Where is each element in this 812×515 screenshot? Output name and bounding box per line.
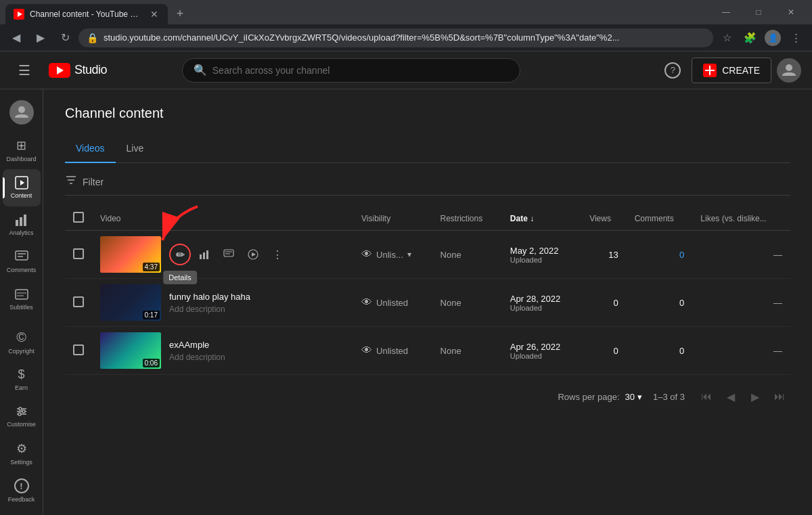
- tab-close-button[interactable]: ✕: [149, 9, 160, 20]
- sidebar-item-settings[interactable]: ⚙ Settings: [3, 435, 41, 472]
- sidebar-item-content[interactable]: Content: [3, 169, 41, 206]
- browser-window: Channel content - YouTube Studi... ✕ + —…: [0, 0, 812, 51]
- sidebar-label-copyright: Copyright: [8, 348, 35, 355]
- row1-edit-button[interactable]: ✏: [169, 244, 191, 265]
- profile-button[interactable]: 👤: [762, 27, 784, 49]
- row3-checkbox[interactable]: [73, 344, 84, 355]
- row3-views: 0: [581, 327, 626, 375]
- row1-visibility-cell: 👁 Unlis... ▾: [353, 231, 432, 279]
- youtube-icon: [49, 63, 70, 78]
- tab-live[interactable]: Live: [116, 135, 155, 163]
- row1-analytics-button[interactable]: [194, 244, 215, 265]
- subtitles-icon: [15, 288, 28, 301]
- menu-button[interactable]: ⋮: [785, 27, 807, 49]
- row1-thumbnail[interactable]: 4:37: [100, 236, 161, 273]
- row1-likes: —: [692, 231, 790, 279]
- analytics-icon: [15, 213, 28, 227]
- lock-icon: 🔒: [87, 32, 98, 43]
- row1-preview-button[interactable]: [242, 244, 264, 265]
- top-bar-actions: ? CREATE: [659, 57, 801, 84]
- sidebar-item-customization[interactable]: Customise: [3, 398, 41, 435]
- back-button[interactable]: ◀: [5, 27, 27, 49]
- header-visibility: Visibility: [353, 206, 432, 231]
- sidebar-item-avatar[interactable]: [3, 95, 41, 132]
- active-tab[interactable]: Channel content - YouTube Studi... ✕: [5, 4, 168, 24]
- row2-description[interactable]: Add description: [169, 305, 345, 314]
- filter-label[interactable]: Filter: [83, 177, 104, 187]
- create-label: CREATE: [722, 65, 760, 76]
- rows-per-page-select[interactable]: 30 ▾: [625, 392, 642, 402]
- sidebar-item-subtitles[interactable]: Subtitles: [3, 281, 41, 318]
- new-tab-button[interactable]: +: [171, 4, 189, 23]
- sidebar-item-dashboard[interactable]: ⊞ Dashboard: [3, 132, 41, 169]
- hamburger-menu[interactable]: ☰: [11, 57, 38, 84]
- create-icon: [703, 64, 717, 77]
- sidebar-item-feedback[interactable]: ! Feedback: [3, 472, 41, 510]
- user-avatar[interactable]: [777, 58, 801, 83]
- row1-visibility: 👁 Unlis... ▾: [361, 248, 424, 261]
- content-icon: [15, 176, 28, 189]
- address-bar[interactable]: 🔒 studio.youtube.com/channel/UCvY_iICkXo…: [78, 28, 713, 47]
- forward-button[interactable]: ▶: [30, 27, 51, 49]
- header-restrictions: Restrictions: [432, 206, 502, 231]
- row2-checkbox[interactable]: [73, 296, 84, 307]
- row3-visibility-icon: 👁: [361, 344, 372, 357]
- header-date[interactable]: Date ↓: [502, 206, 581, 231]
- svg-point-4: [18, 106, 25, 113]
- minimize-button[interactable]: —: [710, 3, 742, 22]
- row1-views: 13: [581, 231, 626, 279]
- tab-videos[interactable]: Videos: [65, 135, 116, 163]
- row1-date-sub: Uploaded: [510, 256, 573, 264]
- svg-rect-26: [200, 254, 202, 259]
- star-button[interactable]: ☆: [716, 27, 738, 49]
- sidebar-item-copyright[interactable]: © Copyright: [3, 323, 41, 361]
- create-button[interactable]: CREATE: [692, 58, 771, 83]
- row1-comments-button[interactable]: [218, 244, 240, 265]
- row2-visibility-cell: 👁 Unlisted: [353, 279, 432, 327]
- videos-table: Video Visibility Restrictions Date ↓ Vie…: [65, 206, 790, 375]
- last-page-button[interactable]: ⏭: [769, 386, 790, 407]
- row3-title[interactable]: exAAmple: [169, 340, 345, 350]
- row1-details-tooltip: Details: [163, 271, 197, 284]
- next-page-button[interactable]: ▶: [744, 386, 766, 407]
- svg-rect-28: [206, 250, 208, 259]
- filter-icon[interactable]: [65, 174, 77, 189]
- row3-video-cell: 0:06 exAAmple Add description: [92, 327, 353, 375]
- row3-likes: —: [692, 327, 790, 375]
- sidebar-item-monetization[interactable]: $ Earn: [3, 361, 41, 398]
- first-page-button[interactable]: ⏮: [696, 386, 717, 407]
- rows-per-page: Rows per page: 30 ▾: [558, 392, 642, 402]
- row2-video-info: 0:17 funny halo play haha Add descriptio…: [100, 284, 345, 321]
- sidebar-item-analytics[interactable]: Analytics: [3, 206, 41, 244]
- help-button[interactable]: ?: [659, 57, 686, 84]
- search-input-wrap[interactable]: 🔍: [182, 58, 520, 83]
- row1-checkbox[interactable]: [73, 248, 84, 259]
- row1-actions: ✏ Details: [169, 244, 345, 265]
- settings-icon: ⚙: [16, 441, 27, 456]
- row3-description[interactable]: Add description: [169, 353, 345, 362]
- row3-checkbox-cell: [65, 327, 92, 375]
- row1-date: May 2, 2022: [510, 246, 573, 256]
- search-input[interactable]: [212, 65, 509, 76]
- sidebar-label-customization: Customise: [7, 421, 36, 428]
- row2-thumbnail[interactable]: 0:17: [100, 284, 161, 321]
- refresh-button[interactable]: ↻: [54, 27, 76, 49]
- row2-title[interactable]: funny halo play haha: [169, 292, 345, 302]
- table-row: 4:37 ✏: [65, 231, 790, 279]
- prev-page-button[interactable]: ◀: [720, 386, 742, 407]
- maximize-button[interactable]: □: [743, 3, 774, 22]
- feedback-icon: !: [14, 478, 29, 493]
- svg-point-20: [22, 410, 25, 413]
- row3-thumbnail[interactable]: 0:06: [100, 332, 161, 369]
- row1-more-button[interactable]: ⋮: [267, 244, 288, 265]
- row1-visibility-dropdown[interactable]: ▾: [407, 250, 411, 259]
- extensions-button[interactable]: 🧩: [739, 27, 761, 49]
- edit-icon: ✏: [176, 248, 185, 261]
- filter-bar: Filter: [65, 174, 790, 196]
- page-navigation: ⏮ ◀ ▶ ⏭: [696, 386, 790, 407]
- sidebar-item-comments[interactable]: Comments: [3, 244, 41, 281]
- select-all-checkbox[interactable]: [73, 212, 84, 223]
- studio-text: Studio: [74, 63, 107, 77]
- close-window-button[interactable]: ✕: [775, 3, 807, 22]
- pagination: Rows per page: 30 ▾ 1–3 of 3 ⏮ ◀ ▶ ⏭: [65, 375, 790, 418]
